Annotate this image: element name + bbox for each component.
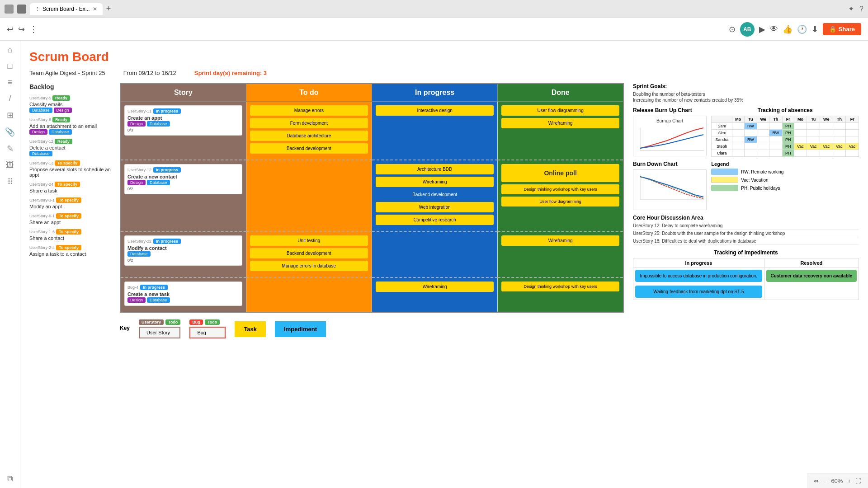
task-card[interactable]: Backend development [250,143,368,154]
task-card[interactable]: User flow diagramming [501,105,619,116]
task-card[interactable]: Design thinking workshop with key users [501,184,619,194]
table-row: Sandra RWPH [712,136,859,143]
draw-icon[interactable]: ✎ [7,144,14,154]
task-card[interactable]: Web integration [376,202,494,212]
story-cell-4: Bug-4 In progress Create a new task Desi… [120,277,246,312]
inprogress-cell-1: Interactive design [372,102,498,160]
board-row: Bug-4 In progress Create a new task Desi… [120,277,623,312]
task-card[interactable]: Competitive research [376,215,494,225]
pen-icon[interactable]: / [9,94,11,103]
table-row: Clara PH [712,150,859,157]
main-layout: ⌂ □ ≡ / ⊞ 📎 ✎ 🖼 ⠿ ⧉ Scrum Board Team Agi… [0,41,868,488]
table-icon[interactable]: ⊞ [7,110,14,120]
task-card[interactable]: Database architecture [250,131,368,141]
browser-tab[interactable]: ⋮ Scrum Board - Ex... ✕ [30,3,103,15]
home-icon[interactable] [5,5,14,14]
task-card[interactable]: Manage errors in database [250,261,368,271]
task-card[interactable]: Form development [250,118,368,128]
clock-icon[interactable]: 🕐 [797,24,807,34]
image-icon[interactable]: 🖼 [6,160,14,170]
thumb-icon[interactable]: 👍 [783,24,793,34]
bookmark-icon[interactable]: ✦ [848,5,854,13]
sprint-goals-title: Sprint Goals: [633,83,859,89]
backlog: Backlog UserStory-5 Ready Classify email… [29,83,111,338]
task-card[interactable]: Wireframing [501,118,619,128]
burnup-svg [636,123,704,155]
team-label: Team Agile Digest - Sprint 25 [29,70,105,76]
col-story-header: Story [120,84,246,102]
page-title: Scrum Board [29,50,859,64]
legend: Legend RW: Remote working Vac: Vacation [711,161,859,191]
core-hour-item-2: UserStory 25: Doubts with the user sampl… [633,231,859,237]
task-card[interactable]: Online poll [501,164,619,182]
task-card[interactable]: Interactive design [376,105,494,116]
absence-title: Tracking of absences [711,107,859,113]
download-icon[interactable]: ⬇ [811,24,818,34]
fit-icon[interactable]: ⇔ [814,478,819,484]
task-card[interactable]: Design thinking workshop with key users [501,282,619,291]
col-inprogress-header: In progress [372,84,498,102]
toolbar-left: ↩ ↪ ⋮ [7,24,38,34]
grid-icon[interactable]: ⠿ [7,177,13,187]
list-item: UserStory-6-1 To specify Share an appt [29,213,111,225]
task-card[interactable]: Wireframing [501,235,619,246]
date-range: From 09/12 to 16/12 [123,70,176,76]
core-hour: Core Hour Discussion Area UserStory 12: … [633,215,859,245]
task-card[interactable]: Unit testing [250,235,368,246]
col-todo-header: To do [246,84,372,102]
content-area: Scrum Board Team Agile Digest - Sprint 2… [20,41,868,488]
board-and-sidebar: Backlog UserStory-5 Ready Classify email… [29,83,859,338]
story-card-4[interactable]: Bug-4 In progress Create a new task Desi… [124,282,242,306]
settings-icon[interactable]: ⋮ [29,24,38,34]
absence-table: MoTuWeThFr MoTuWeThFr Sam RWPH [711,116,859,157]
redo-icon[interactable]: ↪ [18,24,25,34]
browser-bar: ⋮ Scrum Board - Ex... ✕ + ✦ ? [0,0,868,18]
story-card-2[interactable]: UserStory-12 In progress Create a new co… [124,164,242,194]
impediment-card-3: Customer data recovery non available [766,270,857,282]
new-tab-button[interactable]: + [106,4,111,14]
task-card[interactable]: User flow diagramming [501,197,619,206]
todo-cell-4 [246,277,372,312]
bottom-bar: ⇔ − 60% + ⛶ [807,474,868,488]
filter-icon[interactable]: ⧉ [7,474,13,483]
impediments-resolved-cell: Customer data recovery non available [764,268,859,300]
task-card[interactable]: Backend development [376,189,494,200]
impediments-inprogress-cell: Impossible to access database in product… [633,268,764,300]
backlog-title: Backlog [29,83,111,90]
list-item: UserStory-13 To specify Propose several … [29,160,111,178]
tab-close-icon[interactable]: ✕ [93,6,97,12]
help-icon[interactable]: ? [859,5,863,13]
share-button[interactable]: 🔒 Share [823,23,861,35]
story-card-1[interactable]: UserStory-11 In progress Create an appt … [124,105,242,136]
story-card-3[interactable]: UserStory-22 In progress Modify a contac… [124,235,242,266]
table-row: Alex RWPH [712,130,859,136]
task-card[interactable]: Wireframing [376,177,494,187]
key-bug: Bug [189,327,226,338]
table-row: Sam RWPH [712,123,859,130]
home-sidebar-icon[interactable]: ⌂ [8,45,13,55]
files-icon[interactable] [17,5,26,14]
list-item: UserStory-12 Ready Delete a contact Data… [29,138,111,156]
page-subtitle: Team Agile Digest - Sprint 25 From 09/12… [29,70,859,76]
sticky-icon[interactable]: 📎 [5,127,15,137]
eye-icon[interactable]: 👁 [770,24,778,34]
board-row: UserStory-12 In progress Create a new co… [120,160,623,231]
zoom-out-button[interactable]: − [823,478,827,484]
sprint-remaining: Sprint day(s) remaining: 3 [194,70,267,76]
task-card[interactable]: Architecture BDD [376,164,494,174]
fullscreen-icon[interactable]: ⛶ [855,478,861,484]
key-impediment: Impediment [275,321,326,337]
task-card[interactable]: Manage errors [250,105,368,116]
sprint-goal-2: Increasing the number of new contacts cr… [633,98,859,103]
undo-icon[interactable]: ↩ [7,24,14,34]
menu-icon[interactable]: ≡ [8,78,13,87]
task-card[interactable]: Wireframing [376,282,494,292]
focus-icon[interactable]: ⊙ [729,24,736,34]
pages-icon[interactable]: □ [8,61,13,71]
burnup-title: Release Burn Up Chart [633,107,707,113]
task-card[interactable]: Backend development [250,248,368,258]
key-section: Key UserStory Todo User Story Bug Todo [120,319,624,338]
zoom-in-button[interactable]: + [847,478,851,484]
play-icon[interactable]: ▶ [759,24,765,34]
toolbar-right: ⊙ AB ▶ 👁 👍 🕐 ⬇ 🔒 Share [729,22,861,37]
